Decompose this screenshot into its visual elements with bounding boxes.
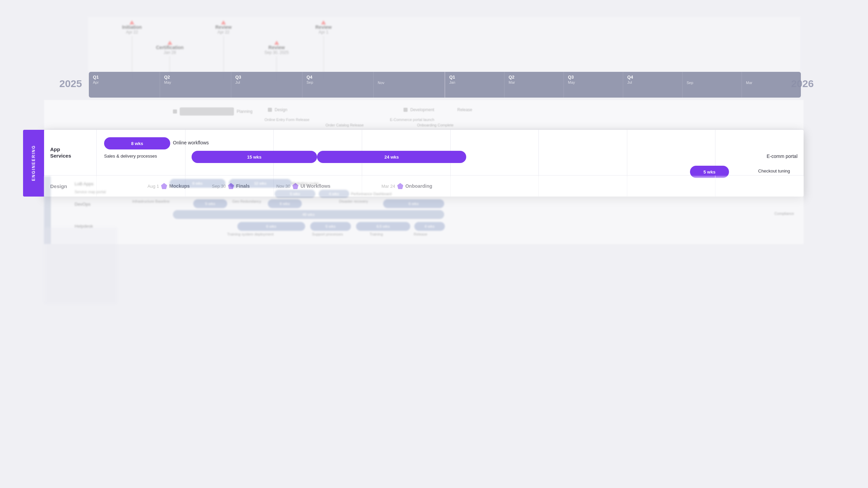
ecomm-portal-label: E-comm portal — [767, 154, 797, 159]
timeline-quarters-bar: Q1 Apr Q2 May Q3 Jul Q4 Sep Nov Q1 Jan Q… — [89, 72, 801, 98]
services-design-app-bg — [44, 227, 117, 304]
engineering-label: ENGINEERING — [23, 130, 44, 197]
app-services-content: 8 wks Online workflows Sales & delivery … — [97, 130, 804, 175]
event-review-1: Review Apr 22 — [215, 20, 232, 80]
event-initiation: Initiation Apr 22 — [122, 20, 142, 80]
checkout-tuning-label: Checkout tuning — [758, 168, 790, 174]
app-services-label: AppServices — [44, 130, 97, 175]
year-2025: 2025 — [59, 78, 82, 89]
app-services-row: AppServices 8 wks Online workflows Sales… — [44, 130, 804, 176]
infrastructure-section: LoB Apps 6 wks 12 wks Marketing router S… — [44, 176, 804, 244]
online-workflows-label: Online workflows — [173, 140, 209, 145]
engineering-label-text: ENGINEERING — [31, 145, 36, 181]
bar-15wks: 15 wks — [192, 151, 317, 163]
sales-delivery-label: Sales & delivery processes — [104, 154, 157, 159]
event-review-2: Review Apr 1 — [315, 20, 332, 80]
key-dates-row: Planning Design Development Release Onli… — [44, 100, 804, 129]
bar-24wks: 24 wks — [317, 151, 466, 163]
online-workflows-bar: 8 wks — [104, 137, 170, 149]
